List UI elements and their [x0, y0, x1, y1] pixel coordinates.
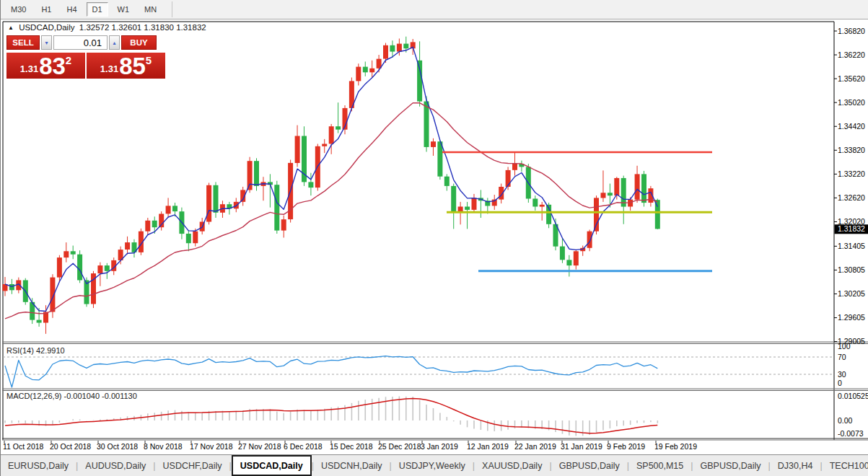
- timeframe-button-d1[interactable]: D1: [87, 2, 108, 17]
- svg-text:-0.0073: -0.0073: [838, 429, 864, 438]
- sell-price-pip: 2: [66, 54, 71, 66]
- buy-price-base: 1.31: [100, 63, 118, 74]
- one-click-trade-panel: SELL ▾ 0.01 ▴ BUY 1.31 83 2 1.31 85 5: [6, 35, 165, 79]
- timeframe-button-m30[interactable]: M30: [5, 2, 32, 17]
- symbol-tab-audusd-daily[interactable]: AUDUSD,Daily: [78, 455, 153, 476]
- chart-title: ▲ USDCAD,Daily 1.32572 1.32601 1.31830 1…: [8, 23, 206, 32]
- svg-text:1.36820: 1.36820: [838, 27, 865, 35]
- symbol-tab-usdjpy-weekly[interactable]: USDJPY,Weekly: [392, 455, 473, 476]
- symbol-tab-xauusd-daily[interactable]: XAUUSD,Daily: [475, 455, 549, 476]
- svg-text:11 Oct 2018: 11 Oct 2018: [3, 442, 44, 451]
- timeframe-button-h4[interactable]: H4: [61, 2, 82, 17]
- svg-text:1.31405: 1.31405: [838, 242, 865, 250]
- svg-text:0.010525: 0.010525: [838, 392, 868, 400]
- svg-text:1.33220: 1.33220: [838, 169, 865, 178]
- symbol-tab-gbpusd-daily[interactable]: GBPUSD,Daily: [693, 455, 768, 476]
- buy-price-display[interactable]: 1.31 85 5: [87, 53, 165, 79]
- svg-text:31 Jan 2019: 31 Jan 2019: [561, 442, 602, 451]
- svg-text:1.36220: 1.36220: [838, 50, 865, 59]
- svg-text:25 Dec 2018: 25 Dec 2018: [378, 442, 421, 451]
- svg-text:0: 0: [838, 379, 842, 387]
- volume-increase-button[interactable]: ▴: [109, 35, 120, 50]
- one-click-panel-arrow-icon[interactable]: ▲: [8, 25, 14, 31]
- symbol-tab-usdcnh-daily[interactable]: USDCNH,Daily: [314, 455, 390, 476]
- svg-text:1.35020: 1.35020: [838, 98, 865, 107]
- sell-button[interactable]: SELL: [6, 35, 40, 50]
- symbol-tab-usdcad-daily[interactable]: USDCAD,Daily: [232, 455, 312, 476]
- volume-decrease-button[interactable]: ▾: [41, 35, 52, 50]
- symbol-tab-usdchf-daily[interactable]: USDCHF,Daily: [156, 455, 229, 476]
- svg-text:30: 30: [838, 370, 846, 379]
- svg-text:1.29605: 1.29605: [838, 313, 865, 322]
- trading-app-window: M30H1H4D1W1MN 1.368201.362201.356201.350…: [0, 0, 868, 476]
- svg-text:30 Oct 2018: 30 Oct 2018: [97, 442, 138, 451]
- svg-text:1.35620: 1.35620: [838, 74, 865, 83]
- chart-symbol-label: USDCAD,Daily: [19, 23, 74, 32]
- svg-text:3 Jan 2019: 3 Jan 2019: [421, 442, 458, 451]
- timeframe-button-mn[interactable]: MN: [139, 2, 162, 17]
- buy-price-pip: 5: [146, 54, 152, 66]
- symbol-tab-bar: EURUSD,Daily|AUDUSD,Daily|USDCHF,Daily|U…: [1, 454, 868, 476]
- svg-text:19 Feb 2019: 19 Feb 2019: [654, 442, 697, 451]
- svg-text:27 Nov 2018: 27 Nov 2018: [238, 442, 281, 451]
- volume-input[interactable]: 0.01: [53, 35, 108, 50]
- sell-price-base: 1.31: [20, 63, 38, 74]
- buy-price-big: 85: [119, 56, 146, 76]
- macd-label: MACD(12,26,9) -0.001040 -0.001130: [6, 392, 137, 400]
- timeframe-button-w1[interactable]: W1: [112, 2, 136, 17]
- symbol-tab-dj30-h4[interactable]: DJ30,H4: [771, 455, 820, 476]
- svg-text:100: 100: [838, 342, 851, 351]
- svg-text:12 Jan 2019: 12 Jan 2019: [467, 442, 509, 451]
- svg-text:1.30805: 1.30805: [838, 265, 865, 274]
- svg-text:1.34420: 1.34420: [838, 122, 865, 131]
- svg-text:15 Dec 2018: 15 Dec 2018: [330, 442, 373, 451]
- symbol-tab-sp500-m15[interactable]: SP500,M15: [629, 455, 691, 476]
- svg-text:9 Feb 2019: 9 Feb 2019: [607, 442, 645, 451]
- symbol-tab-tech100[interactable]: TECH100,: [823, 455, 868, 476]
- timeframe-toolbar: M30H1H4D1W1MN: [1, 0, 868, 19]
- svg-text:22 Jan 2019: 22 Jan 2019: [514, 442, 556, 451]
- chart-ohlc-values: 1.32572 1.32601 1.31830 1.31832: [79, 23, 206, 32]
- svg-text:1.32620: 1.32620: [838, 193, 865, 202]
- svg-text:20 Oct 2018: 20 Oct 2018: [50, 442, 91, 451]
- rsi-label: RSI(14) 42.9910: [6, 346, 65, 355]
- toolbar-separator: [172, 1, 172, 17]
- svg-text:8 Nov 2018: 8 Nov 2018: [144, 442, 183, 451]
- sell-price-big: 83: [39, 56, 66, 76]
- sell-price-display[interactable]: 1.31 83 2: [6, 53, 85, 79]
- svg-text:1.33820: 1.33820: [838, 146, 865, 154]
- timeframe-button-h1[interactable]: H1: [35, 2, 57, 17]
- svg-text:6 Dec 2018: 6 Dec 2018: [284, 442, 323, 451]
- svg-text:0.00: 0.00: [838, 416, 853, 425]
- symbol-tabs: EURUSD,Daily|AUDUSD,Daily|USDCHF,Daily|U…: [1, 455, 868, 476]
- svg-text:17 Nov 2018: 17 Nov 2018: [190, 442, 233, 451]
- symbol-tab-gbpusd-daily[interactable]: GBPUSD,Daily: [552, 455, 627, 476]
- svg-text:1.30205: 1.30205: [838, 289, 865, 298]
- svg-text:70: 70: [838, 353, 846, 361]
- svg-text:1.31832: 1.31832: [838, 224, 865, 233]
- buy-button[interactable]: BUY: [121, 35, 157, 50]
- symbol-tab-eurusd-daily[interactable]: EURUSD,Daily: [1, 455, 76, 476]
